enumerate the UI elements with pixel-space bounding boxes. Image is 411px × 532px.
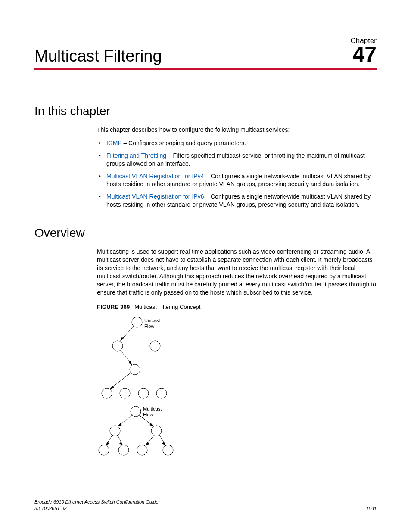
multicast-label-2: Flow xyxy=(143,412,153,417)
svg-point-31 xyxy=(137,445,147,455)
svg-marker-21 xyxy=(119,442,123,445)
footer-doc-number: 53-1002651-02 xyxy=(34,505,159,511)
svg-point-30 xyxy=(118,445,129,455)
unicast-label-1: Unicast xyxy=(144,318,160,323)
overview-paragraph: Multicasting is used to support real-tim… xyxy=(97,248,377,296)
svg-point-29 xyxy=(99,445,109,455)
footer-book-title: Brocade 6910 Ethernet Access Switch Conf… xyxy=(34,499,159,505)
page-footer: Brocade 6910 Ethernet Access Switch Conf… xyxy=(34,499,377,511)
link-filtering-throttling[interactable]: Filtering and Throttling xyxy=(106,152,166,159)
header-rule xyxy=(34,68,377,70)
section-heading-in-this-chapter: In this chapter xyxy=(34,104,377,118)
multicast-label-1: Multicast xyxy=(143,406,162,411)
chapter-title: Multicast Filtering xyxy=(34,47,162,65)
svg-marker-1 xyxy=(120,337,124,341)
svg-point-11 xyxy=(120,388,130,398)
svg-point-13 xyxy=(156,388,167,398)
svg-point-28 xyxy=(151,426,162,436)
svg-point-7 xyxy=(112,341,123,351)
svg-point-6 xyxy=(132,317,142,327)
svg-point-26 xyxy=(131,406,141,417)
svg-point-9 xyxy=(130,364,140,375)
figure-caption: FIGURE 369 Multicast Filtering Concept xyxy=(97,303,377,311)
svg-point-27 xyxy=(110,426,120,436)
link-mvr-ipv4[interactable]: Multicast VLAN Registration for IPv4 xyxy=(106,173,204,180)
figure-diagram: Unicast Flow xyxy=(97,314,377,458)
unicast-label-2: Flow xyxy=(144,324,154,329)
svg-point-8 xyxy=(150,341,160,351)
svg-point-10 xyxy=(102,388,112,398)
figure-title: Multicast Filtering Concept xyxy=(134,304,200,310)
in-this-chapter-body: This chapter describes how to configure … xyxy=(97,126,377,209)
svg-point-32 xyxy=(163,445,173,455)
list-item-text: – Configures snooping and query paramete… xyxy=(122,140,246,146)
list-item: IGMP – Configures snooping and query par… xyxy=(97,139,377,147)
section-heading-overview: Overview xyxy=(34,226,377,240)
svg-marker-19 xyxy=(106,442,109,445)
figure-number: FIGURE 369 xyxy=(97,304,130,310)
link-igmp[interactable]: IGMP xyxy=(106,140,122,146)
link-mvr-ipv6[interactable]: Multicast VLAN Registration for IPv6 xyxy=(106,193,204,200)
svg-point-12 xyxy=(138,388,149,398)
list-item: Multicast VLAN Registration for IPv6 – C… xyxy=(97,193,377,209)
overview-body: Multicasting is used to support real-tim… xyxy=(97,248,377,458)
list-item: Filtering and Throttling – Filters speci… xyxy=(97,152,377,168)
svg-marker-23 xyxy=(145,442,149,445)
footer-page-number: 1091 xyxy=(366,506,377,511)
chapter-header: Multicast Filtering 47 xyxy=(34,44,377,65)
list-item: Multicast VLAN Registration for IPv4 – C… xyxy=(97,172,377,189)
intro-text: This chapter describes how to configure … xyxy=(97,126,377,134)
topic-list: IGMP – Configures snooping and query par… xyxy=(97,139,377,209)
chapter-number: 47 xyxy=(352,44,377,65)
svg-marker-25 xyxy=(162,442,166,445)
